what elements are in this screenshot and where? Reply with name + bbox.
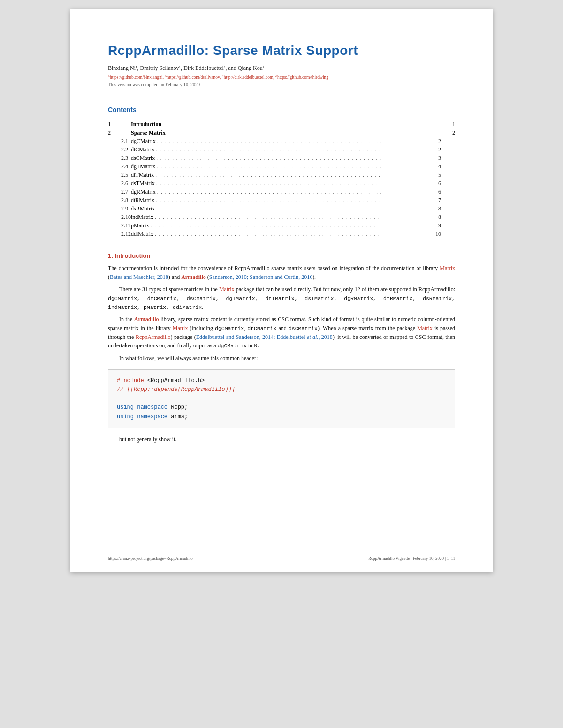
toc-section-row: 2Sparse Matrix2	[108, 128, 455, 137]
armadillo-link: Armadillo	[181, 274, 206, 280]
toc-sub-label: dgRMatrix . . . . . . . . . . . . . . . …	[131, 188, 427, 196]
toc-sub-label: dsTMatrix . . . . . . . . . . . . . . . …	[131, 179, 427, 188]
code-include-value: <RcppArmadillo.h>	[147, 377, 205, 384]
toc-dots: . . . . . . . . . . . . . . . . . . . . …	[155, 231, 380, 237]
toc-sub-page: 8	[427, 213, 441, 221]
toc-section-page: 2	[441, 128, 455, 137]
toc-dots: . . . . . . . . . . . . . . . . . . . . …	[156, 147, 381, 152]
matrix-link: Matrix	[440, 265, 455, 271]
code-comment-line: // [[Rcpp::depends(RcppArmadillo)]]	[117, 386, 235, 393]
toc-sub-num: 2.3	[108, 154, 131, 162]
toc-dots: . . . . . . . . . . . . . . . . . . . . …	[156, 180, 381, 186]
toc-sub-num: 2.7	[108, 188, 131, 196]
code-line-2: // [[Rcpp::depends(RcppArmadillo)]]	[117, 385, 446, 394]
toc-section-label: Sparse Matrix	[131, 128, 441, 137]
intro-para-3: In the Armadillo library, sparse matrix …	[108, 315, 455, 350]
toc-sub-page: 2	[427, 145, 441, 154]
compiled-note: This version was compiled on February 10…	[108, 82, 455, 87]
toc-sub-label: pMatrix . . . . . . . . . . . . . . . . …	[131, 221, 427, 230]
toc-sub-row: 2.10indMatrix . . . . . . . . . . . . . …	[108, 213, 455, 221]
intro-para-1: The documentation is intended for the co…	[108, 264, 455, 281]
toc-sub-page: 2	[427, 137, 441, 145]
toc-sub-label: dsRMatrix . . . . . . . . . . . . . . . …	[131, 204, 427, 213]
toc-sub-num: 2.12	[108, 230, 131, 238]
cite-sanderson: Sanderson, 2010; Sanderson and Curtin, 2…	[209, 274, 312, 280]
toc-sub-row: 2.1dgCMatrix . . . . . . . . . . . . . .…	[108, 137, 455, 145]
toc-sub-label: dsCMatrix . . . . . . . . . . . . . . . …	[131, 154, 427, 162]
toc-section-page: 1	[441, 120, 455, 128]
code-line-4: using namespace arma;	[117, 413, 446, 421]
toc-sub-row: 2.5dtTMatrix . . . . . . . . . . . . . .…	[108, 171, 455, 179]
affiliations-line: ᵃhttps://github.com/binxiangni, ᵇhttps:/…	[108, 75, 455, 80]
toc-section-row: 1Introduction1	[108, 120, 455, 128]
code-using-1-keyword: using	[117, 404, 134, 411]
toc-sub-num: 2.2	[108, 145, 131, 154]
toc-sub-page: 7	[427, 196, 441, 204]
toc-sub-page: 10	[427, 230, 441, 238]
toc-sub-page: 3	[427, 154, 441, 162]
toc-sub-page: 9	[427, 221, 441, 230]
toc-sub-row: 2.9dsRMatrix . . . . . . . . . . . . . .…	[108, 204, 455, 213]
toc-sub-label: dgTMatrix . . . . . . . . . . . . . . . …	[131, 162, 427, 171]
toc-sub-page: 6	[427, 188, 441, 196]
code-using-1-rest: namespace Rcpp;	[137, 404, 188, 411]
toc-sub-row: 2.7dgRMatrix . . . . . . . . . . . . . .…	[108, 188, 455, 196]
toc-sub-num: 2.9	[108, 204, 131, 213]
toc-sub-row: 2.8dtRMatrix . . . . . . . . . . . . . .…	[108, 196, 455, 204]
toc-sub-row: 2.4dgTMatrix . . . . . . . . . . . . . .…	[108, 162, 455, 171]
toc-dots: . . . . . . . . . . . . . . . . . . . . …	[156, 206, 381, 211]
footer-url: https://cran.r-project.org/package=RcppA…	[108, 556, 193, 561]
toc-sub-num: 2.1	[108, 137, 131, 145]
contents-heading: Contents	[108, 106, 455, 113]
toc-sub-page: 8	[427, 204, 441, 213]
matrix-link-4: Matrix	[417, 325, 433, 331]
footer-info: RcppArmadillo Vignette | February 10, 20…	[368, 556, 455, 561]
page: RcppArmadillo: Sparse Matrix Support Bin…	[70, 9, 493, 572]
armadillo-link-2: Armadillo	[134, 316, 159, 323]
toc-dots: . . . . . . . . . . . . . . . . . . . . …	[151, 223, 376, 228]
toc-section-num: 2	[108, 128, 131, 137]
toc-dots: . . . . . . . . . . . . . . . . . . . . …	[157, 189, 382, 195]
toc-sub-label: dgCMatrix . . . . . . . . . . . . . . . …	[131, 137, 427, 145]
cite-bates: Bates and Maechler, 2018	[110, 274, 168, 280]
toc-sub-page: 4	[427, 162, 441, 171]
toc-section-label: Introduction	[131, 120, 441, 128]
toc-sub-page: 6	[427, 179, 441, 188]
after-code-text: but not generally show it.	[108, 435, 455, 444]
toc-sub-num: 2.11	[108, 221, 131, 230]
authors-line: Binxiang Ni¹, Dmitriy Selianov¹, Dirk Ed…	[108, 65, 455, 72]
toc-sub-row: 2.12ddiMatrix . . . . . . . . . . . . . …	[108, 230, 455, 238]
toc-dots: . . . . . . . . . . . . . . . . . . . . …	[155, 172, 380, 178]
toc-sub-num: 2.6	[108, 179, 131, 188]
toc-sub-label: dtTMatrix . . . . . . . . . . . . . . . …	[131, 171, 427, 179]
toc-sub-label: indMatrix . . . . . . . . . . . . . . . …	[131, 213, 427, 221]
toc-sub-row: 2.2dtCMatrix . . . . . . . . . . . . . .…	[108, 145, 455, 154]
toc-dots: . . . . . . . . . . . . . . . . . . . . …	[157, 138, 382, 144]
toc-section-num: 1	[108, 120, 131, 128]
toc-sub-label: dtRMatrix . . . . . . . . . . . . . . . …	[131, 196, 427, 204]
code-include-keyword: #include	[117, 377, 144, 384]
code-line-1: #include <RcppArmadillo.h>	[117, 376, 446, 385]
toc-sub-num: 2.10	[108, 213, 131, 221]
rcpparmadillo-link: RcppArmadillo	[136, 334, 171, 340]
toc-sub-num: 2.4	[108, 162, 131, 171]
toc-sub-page: 5	[427, 171, 441, 179]
toc-table: 1Introduction12Sparse Matrix22.1dgCMatri…	[108, 120, 455, 238]
page-title: RcppArmadillo: Sparse Matrix Support	[108, 43, 455, 58]
matrix-link-2: Matrix	[219, 286, 235, 293]
toc-sub-num: 2.5	[108, 171, 131, 179]
code-using-2-rest: namespace arma;	[137, 413, 188, 420]
intro-para-4: In what follows, we will always assume t…	[108, 354, 455, 363]
code-line-blank	[117, 394, 446, 403]
toc-sub-row: 2.11pMatrix . . . . . . . . . . . . . . …	[108, 221, 455, 230]
toc-sub-label: dtCMatrix . . . . . . . . . . . . . . . …	[131, 145, 427, 154]
toc-dots: . . . . . . . . . . . . . . . . . . . . …	[157, 164, 382, 169]
matrix-link-3: Matrix	[173, 325, 188, 331]
toc-dots: . . . . . . . . . . . . . . . . . . . . …	[156, 155, 381, 161]
toc-sub-row: 2.6dsTMatrix . . . . . . . . . . . . . .…	[108, 179, 455, 188]
toc-dots: . . . . . . . . . . . . . . . . . . . . …	[155, 214, 380, 220]
toc-dots: . . . . . . . . . . . . . . . . . . . . …	[156, 197, 381, 203]
toc-sub-row: 2.3dsCMatrix . . . . . . . . . . . . . .…	[108, 154, 455, 162]
cite-eddelbuettel: Eddelbuettel and Sanderson, 2014; Eddelb…	[196, 334, 333, 340]
code-line-3: using namespace Rcpp;	[117, 403, 446, 412]
